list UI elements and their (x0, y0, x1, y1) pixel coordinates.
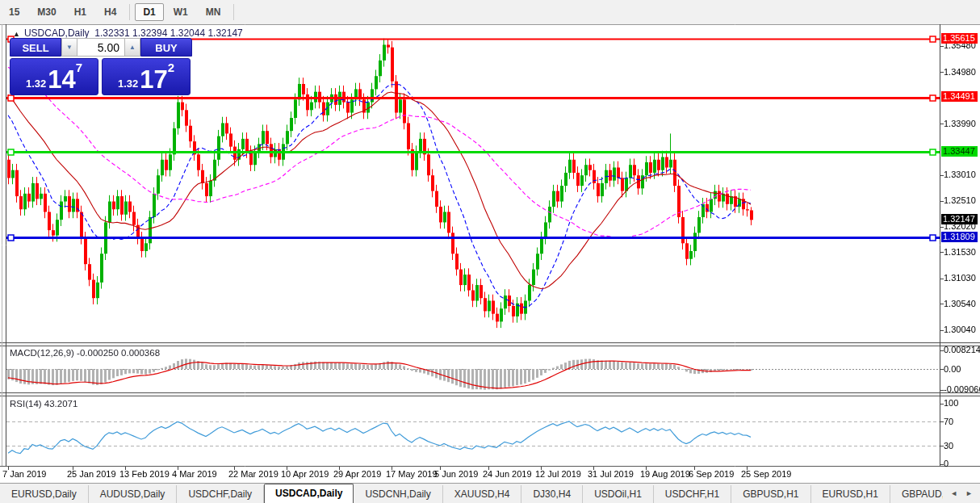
timeframe-button-w1[interactable]: W1 (165, 3, 196, 21)
sell-price-point: 7 (76, 62, 82, 73)
price-marker-label: 1.33447 (941, 146, 978, 157)
date-label: 13 Feb 2019 (119, 469, 170, 479)
date-label: 4 Mar 2019 (172, 469, 217, 479)
toolbar-separator (233, 4, 234, 20)
timeframe-toolbar: 15M30H1H4D1W1MN (0, 0, 980, 25)
sell-price-prefix: 1.32 (26, 76, 46, 92)
date-label: 24 Jun 2019 (483, 469, 532, 479)
macd-axis-label: 0.00 (944, 364, 961, 374)
tab-usdcad-daily[interactable]: USDCAD,Daily (264, 484, 354, 503)
sell-button[interactable]: SELL (10, 38, 61, 57)
date-label: 12 Jul 2019 (535, 469, 581, 479)
price-tick-label: 1.32510 (944, 195, 976, 205)
toolbar-separator (129, 4, 130, 20)
rsi-axis-label: 0 (944, 459, 949, 468)
date-label: 22 Mar 2019 (228, 469, 279, 479)
chart-title: ▲USDCAD,Daily 1.32331 1.32394 1.32044 1.… (13, 27, 243, 39)
tab-eurusd-h1[interactable]: EURUSD,H1 (811, 485, 890, 503)
date-label: 6 Sep 2019 (689, 469, 734, 479)
chart-window: ▲USDCAD,Daily 1.32331 1.32394 1.32044 1.… (0, 24, 980, 483)
price-tick-label: 1.33010 (944, 170, 976, 179)
date-label: 29 Apr 2019 (333, 469, 381, 479)
timeframe-button-h4[interactable]: H4 (96, 3, 124, 21)
date-label: 17 May 2019 (386, 469, 438, 479)
price-marker-label: 1.32147 (941, 214, 978, 224)
price-tick-label: 1.34980 (944, 67, 976, 77)
tab-scroll-controls: ◄ ► (943, 484, 980, 503)
tab-scroll-right-icon[interactable]: ► (961, 487, 977, 500)
one-click-trade-panel: SELL ▼ ▲ BUY 1.32147 1.32172 (10, 38, 191, 95)
tab-usdcnh-daily[interactable]: USDCNH,Daily (354, 485, 442, 503)
tab-usdoil-h1[interactable]: USDOil,H1 (583, 485, 654, 503)
chart-tab-bar: EURUSD,DailyAUDUSD,DailyUSDCHF,DailyUSDC… (0, 483, 980, 503)
macd-axis-label: -0.009066 (944, 384, 980, 394)
tab-scroll-left-icon[interactable]: ◄ (946, 487, 961, 500)
date-label: 25 Jan 2019 (67, 469, 116, 479)
price-tick-label: 1.30540 (944, 299, 976, 308)
tab-dj30-h4[interactable]: DJ30,H4 (521, 485, 583, 503)
tab-usdchf-h1[interactable]: USDCHF,H1 (654, 485, 731, 503)
buy-price-prefix: 1.32 (118, 76, 138, 92)
buy-button[interactable]: BUY (140, 38, 192, 57)
timeframe-button-mn[interactable]: MN (198, 3, 229, 21)
volume-increase-button[interactable]: ▲ (124, 38, 140, 57)
timeframe-button-15[interactable]: 15 (1, 3, 27, 21)
buy-price-pips: 17 (140, 68, 167, 92)
chart-ohlc-values: 1.32331 1.32394 1.32044 1.32147 (94, 27, 243, 39)
chart-symbol-label: USDCAD,Daily (24, 27, 90, 39)
tab-xauusd-h4[interactable]: XAUUSD,H4 (443, 485, 522, 503)
price-tick-label: 1.31030 (944, 273, 976, 283)
date-label: 31 Jul 2019 (588, 469, 634, 479)
buy-price-tile[interactable]: 1.32172 (102, 58, 191, 95)
sell-price-tile[interactable]: 1.32147 (10, 58, 98, 95)
volume-input[interactable] (77, 38, 124, 57)
date-label: 19 Aug 2019 (640, 469, 690, 479)
date-label: 25 Sep 2019 (741, 469, 791, 479)
timeframe-button-m30[interactable]: M30 (29, 3, 64, 21)
arrow-up-icon: ▲ (129, 44, 136, 51)
date-label: 10 Apr 2019 (281, 469, 329, 479)
volume-decrease-button[interactable]: ▼ (61, 38, 77, 57)
rsi-axis-label: 100 (944, 398, 958, 408)
rsi-indicator-label: RSI(14) 43.2071 (10, 399, 77, 409)
price-tick-label: 1.31530 (944, 247, 976, 257)
price-marker-label: 1.34491 (941, 91, 978, 102)
buy-price-point: 2 (168, 62, 174, 73)
collapse-arrow-icon[interactable]: ▲ (13, 30, 20, 38)
tab-gbpusd-h1[interactable]: GBPUSD,H1 (731, 485, 810, 503)
tab-audusd-daily[interactable]: AUDUSD,Daily (89, 485, 178, 503)
macd-indicator-label: MACD(12,26,9) -0.000250 0.000368 (10, 348, 160, 358)
tab-eurusd-daily[interactable]: EURUSD,Daily (0, 485, 89, 503)
price-tick-label: 1.33990 (944, 119, 976, 128)
price-marker-label: 1.35615 (941, 33, 978, 44)
date-label: 5 Jun 2019 (434, 469, 478, 479)
price-tick-label: 1.30040 (944, 325, 976, 334)
rsi-axis-label: 30 (944, 441, 953, 451)
timeframe-button-d1[interactable]: D1 (135, 3, 163, 21)
sell-price-pips: 14 (48, 68, 75, 92)
tab-usdchf-daily[interactable]: USDCHF,Daily (177, 485, 264, 503)
macd-axis-label: 0.008214 (944, 345, 980, 354)
price-marker-label: 1.31809 (941, 232, 978, 242)
arrow-down-icon: ▼ (66, 44, 73, 51)
date-label: 7 Jan 2019 (2, 469, 46, 479)
rsi-axis-label: 70 (944, 417, 953, 426)
timeframe-button-h1[interactable]: H1 (66, 3, 94, 21)
trading-terminal-window: 15M30H1H4D1W1MN ▲USDCAD,Daily 1.32331 1.… (0, 0, 980, 503)
